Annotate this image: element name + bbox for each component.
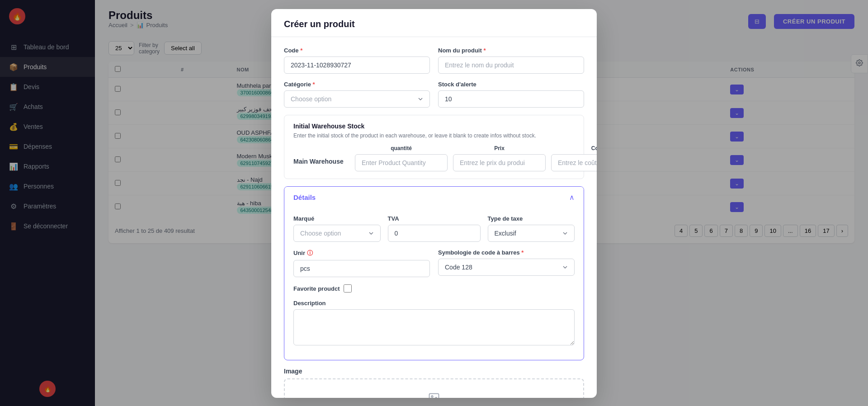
categorie-label: Catégorie *: [284, 81, 430, 88]
details-body: Marqué Choose option TVA Type de taxe: [284, 208, 584, 360]
marque-group: Marqué Choose option: [293, 215, 381, 242]
quantite-col: quantité: [355, 145, 448, 171]
marque-tva-taxe-row: Marqué Choose option TVA Type de taxe: [293, 215, 575, 242]
nom-label: Nom du produit *: [438, 47, 584, 54]
quantite-header: quantité: [355, 145, 448, 151]
warehouse-section: Initial Warehouse Stock Enter the initia…: [284, 115, 584, 179]
unir-label: Unir ⓘ: [293, 249, 430, 257]
modal-title: Créer un produit: [284, 19, 584, 29]
warehouse-section-title: Initial Warehouse Stock: [293, 123, 575, 130]
symbologie-group: Symbologie de code à barres * Code 128 E…: [438, 249, 575, 277]
favorite-row: Favorite proudct: [293, 284, 575, 293]
warehouse-name-label: Main Warehouse: [293, 145, 348, 165]
unir-group: Unir ⓘ: [293, 249, 430, 277]
modal-header: Créer un produit: [271, 9, 597, 37]
svg-point-2: [431, 396, 433, 397]
stock-alerte-label: Stock d'alerte: [438, 81, 584, 88]
cout-col: Coût: [551, 145, 597, 171]
warehouse-section-desc: Enter the initial stock of the product i…: [293, 132, 575, 139]
nom-group: Nom du produit *: [438, 47, 584, 74]
description-label: Description: [293, 300, 575, 307]
image-dropzone[interactable]: Browse file | PNG or JPEG: [284, 378, 584, 398]
cout-header: Coût: [551, 145, 597, 151]
symbologie-select[interactable]: Code 128 EAN-13: [438, 259, 575, 276]
prix-col: Prix: [453, 145, 546, 171]
stock-alerte-group: Stock d'alerte: [438, 81, 584, 108]
type-taxe-label: Type de taxe: [488, 215, 575, 222]
modal-overlay[interactable]: Créer un produit Code * Nom du produit *: [0, 0, 868, 406]
unir-input[interactable]: [293, 260, 430, 277]
modal-body: Code * Nom du produit * Ca: [271, 37, 597, 398]
description-group: Description: [293, 300, 575, 345]
details-title: Détails: [293, 194, 316, 201]
code-input[interactable]: [284, 57, 430, 74]
image-label: Image: [284, 368, 584, 375]
stock-alerte-input[interactable]: [438, 90, 584, 108]
warehouse-inputs: quantité Prix Coût: [355, 145, 597, 171]
image-section: Image Browse file | PNG or JPEG: [284, 368, 584, 398]
create-product-modal: Créer un produit Code * Nom du produit *: [271, 9, 597, 398]
prix-input[interactable]: [453, 154, 546, 171]
tva-input[interactable]: [388, 225, 481, 242]
details-section: Détails ∧ Marqué Choose option TVA: [284, 186, 584, 360]
details-toggle[interactable]: Détails ∧: [284, 187, 584, 208]
code-group: Code *: [284, 47, 430, 74]
svg-rect-1: [429, 394, 439, 398]
favorite-checkbox[interactable]: [344, 284, 352, 293]
categorie-stock-row: Catégorie * Choose option Stock d'alerte: [284, 81, 584, 108]
type-taxe-select[interactable]: Exclusif Inclusif: [488, 225, 575, 242]
warehouse-content: Main Warehouse quantité Prix Coût: [293, 145, 575, 171]
quantite-input[interactable]: [355, 154, 448, 171]
info-icon: ⓘ: [307, 250, 313, 256]
marque-label: Marqué: [293, 215, 381, 222]
prix-header: Prix: [453, 145, 546, 151]
nom-input[interactable]: [438, 57, 584, 74]
unir-symbologie-row: Unir ⓘ Symbologie de code à barres *: [293, 249, 575, 277]
description-textarea[interactable]: [293, 309, 575, 345]
symbologie-label: Symbologie de code à barres *: [438, 249, 575, 256]
tva-label: TVA: [388, 215, 481, 222]
favorite-label: Favorite proudct: [293, 285, 340, 292]
categorie-select[interactable]: Choose option: [284, 90, 430, 108]
code-label: Code *: [284, 47, 430, 54]
code-nom-row: Code * Nom du produit *: [284, 47, 584, 74]
tva-group: TVA: [388, 215, 481, 242]
image-upload-icon: [297, 392, 571, 398]
marque-select[interactable]: Choose option: [293, 225, 381, 242]
categorie-group: Catégorie * Choose option: [284, 81, 430, 108]
type-taxe-group: Type de taxe Exclusif Inclusif: [488, 215, 575, 242]
chevron-up-icon: ∧: [569, 193, 575, 202]
cout-input[interactable]: [551, 154, 597, 171]
